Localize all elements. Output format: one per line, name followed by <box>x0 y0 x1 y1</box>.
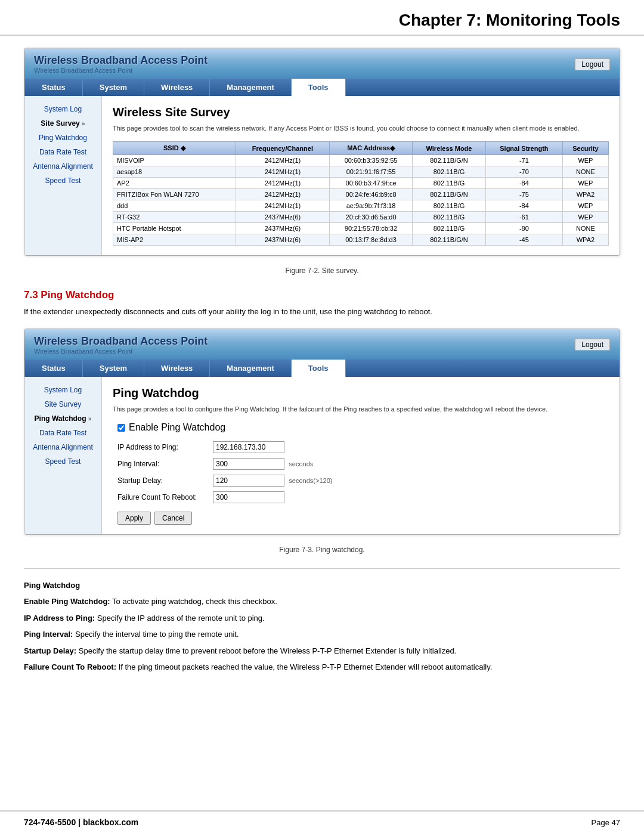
nav-management[interactable]: Management <box>210 79 291 96</box>
nav-wireless[interactable]: Wireless <box>144 79 210 96</box>
col-signal: Signal Strength <box>485 142 562 155</box>
item-label: Startup Delay: <box>24 646 76 655</box>
page-footer: 724-746-5500 | blackbox.com Page 47 <box>0 810 644 833</box>
security-cell: NONE <box>562 223 608 234</box>
sidebar-ping-watchdog[interactable]: Ping Watchdog <box>24 131 101 145</box>
freq-cell: 2437MHz(6) <box>236 234 329 246</box>
pw-items: Enable Ping Watchdog: To activate ping w… <box>24 596 620 673</box>
field-label: Failure Count To Reboot: <box>113 489 208 506</box>
field-unit: seconds <box>289 460 313 467</box>
field-input[interactable] <box>213 475 284 487</box>
ssid-cell: AP2 <box>113 178 236 189</box>
ssid-cell: aesap18 <box>113 166 236 178</box>
sidebar2-ping-watchdog[interactable]: Ping Watchdog » <box>24 411 101 426</box>
signal-cell: -45 <box>485 234 562 246</box>
cancel-button[interactable]: Cancel <box>154 512 192 525</box>
field-value[interactable]: seconds <box>208 456 609 472</box>
sidebar2-system-log[interactable]: System Log <box>24 383 101 397</box>
list-item: Enable Ping Watchdog: To activate ping w… <box>24 596 620 608</box>
field-value[interactable] <box>208 489 609 506</box>
signal-cell: -75 <box>485 189 562 200</box>
field-value[interactable]: seconds(>120) <box>208 472 609 489</box>
site-survey-title: Wireless Site Survey <box>113 106 609 119</box>
nav-tools[interactable]: Tools <box>292 79 346 96</box>
freq-cell: 2412MHz(1) <box>236 189 329 200</box>
table-row: RT-G32 2437MHz(6) 20:cf:30:d6:5a:d0 802.… <box>113 212 609 223</box>
footer-contact: 724-746-5500 | blackbox.com <box>24 817 138 827</box>
panel2-navbar: Status System Wireless Management Tools <box>24 360 620 377</box>
panel1-sidebar: System Log Site Survey » Ping Watchdog D… <box>24 96 102 255</box>
sidebar2-speed-test[interactable]: Speed Test <box>24 454 101 469</box>
item-label: Ping Interval: <box>24 630 73 639</box>
form-row: Ping Interval: seconds <box>113 456 609 472</box>
nav-status[interactable]: Status <box>24 79 83 96</box>
freq-cell: 2412MHz(1) <box>236 166 329 178</box>
ping-form-table: IP Address to Ping: Ping Interval: secon… <box>113 439 609 506</box>
nav2-management[interactable]: Management <box>210 360 291 377</box>
mac-cell: 00:60:b3:35:92:55 <box>330 155 413 166</box>
sidebar2-antenna-alignment[interactable]: Antenna Alignment <box>24 440 101 454</box>
form-row: Startup Delay: seconds(>120) <box>113 472 609 489</box>
list-item: Startup Delay: Specify the startup delay… <box>24 645 620 657</box>
ping-watchdog-panel: Wireless Broadband Access Point Wireless… <box>24 329 620 535</box>
table-row: ddd 2412MHz(1) ae:9a:9b:7f:f3:18 802.11B… <box>113 200 609 212</box>
sidebar-speed-test[interactable]: Speed Test <box>24 174 101 188</box>
security-cell: WPA2 <box>562 189 608 200</box>
table-row: HTC Portable Hotspot 2437MHz(6) 90:21:55… <box>113 223 609 234</box>
col-security: Security <box>562 142 608 155</box>
nav2-status[interactable]: Status <box>24 360 83 377</box>
site-survey-desc: This page provides tool to scan the wire… <box>113 124 609 133</box>
ssid-cell: RT-G32 <box>113 212 236 223</box>
section73-intro: If the extender unexpectedly disconnects… <box>24 306 620 318</box>
ssid-cell: MIS-AP2 <box>113 234 236 246</box>
enable-label[interactable]: Enable Ping Watchdog <box>117 422 609 433</box>
field-input[interactable] <box>213 491 284 503</box>
nav-system[interactable]: System <box>83 79 144 96</box>
ssid-cell: HTC Portable Hotspot <box>113 223 236 234</box>
form-row: Failure Count To Reboot: <box>113 489 609 506</box>
item-text: To activate ping watchdog, check this ch… <box>112 597 277 606</box>
panel1-logout-button[interactable]: Logout <box>575 58 610 70</box>
sidebar-site-survey[interactable]: Site Survey » <box>24 116 101 131</box>
ping-watchdog-desc: This page provides a tool to configure t… <box>113 405 609 414</box>
pw-text-title: Ping Watchdog <box>24 581 620 590</box>
item-label: Failure Count To Reboot: <box>24 662 116 671</box>
panel1-subtitle: Wireless Broadband Access Point <box>34 67 208 74</box>
mac-cell: 00:60:b3:47:9f:ce <box>330 178 413 189</box>
mac-cell: 90:21:55:78:cb:32 <box>330 223 413 234</box>
sidebar2-site-survey[interactable]: Site Survey <box>24 397 101 411</box>
page-header: Chapter 7: Monitoring Tools <box>0 0 644 36</box>
nav2-tools[interactable]: Tools <box>292 360 346 377</box>
sidebar2-data-rate-test[interactable]: Data Rate Test <box>24 426 101 440</box>
col-mac: MAC Address◆ <box>330 142 413 155</box>
mac-cell: ae:9a:9b:7f:f3:18 <box>330 200 413 212</box>
sidebar-system-log[interactable]: System Log <box>24 102 101 116</box>
field-label: IP Address to Ping: <box>113 439 208 456</box>
ssid-cell: MISVOIP <box>113 155 236 166</box>
freq-cell: 2437MHz(6) <box>236 223 329 234</box>
nav2-wireless[interactable]: Wireless <box>144 360 210 377</box>
site-survey-panel: Wireless Broadband Access Point Wireless… <box>24 48 620 256</box>
security-cell: WEP <box>562 155 608 166</box>
signal-cell: -80 <box>485 223 562 234</box>
table-row: aesap18 2412MHz(1) 00:21:91:f6:f7:55 802… <box>113 166 609 178</box>
nav2-system[interactable]: System <box>83 360 144 377</box>
list-item: Ping Interval: Specify the interval time… <box>24 628 620 640</box>
mac-cell: 00:13:f7:8e:8d:d3 <box>330 234 413 246</box>
freq-cell: 2412MHz(1) <box>236 200 329 212</box>
field-input[interactable] <box>213 441 284 453</box>
sidebar-data-rate-test[interactable]: Data Rate Test <box>24 145 101 159</box>
panel2-logout-button[interactable]: Logout <box>575 339 610 351</box>
mode-cell: 802.11B/G/N <box>413 234 486 246</box>
mode-cell: 802.11B/G <box>413 223 486 234</box>
field-value[interactable] <box>208 439 609 456</box>
enable-text: Enable Ping Watchdog <box>129 422 225 433</box>
panel2-header: Wireless Broadband Access Point Wireless… <box>24 329 620 360</box>
security-cell: WPA2 <box>562 234 608 246</box>
sidebar-antenna-alignment[interactable]: Antenna Alignment <box>24 159 101 174</box>
fig2-caption: Figure 7-3. Ping watchdog. <box>24 546 620 554</box>
field-input[interactable] <box>213 458 284 470</box>
ssid-cell: ddd <box>113 200 236 212</box>
enable-checkbox[interactable] <box>117 424 125 432</box>
apply-button[interactable]: Apply <box>117 512 151 525</box>
